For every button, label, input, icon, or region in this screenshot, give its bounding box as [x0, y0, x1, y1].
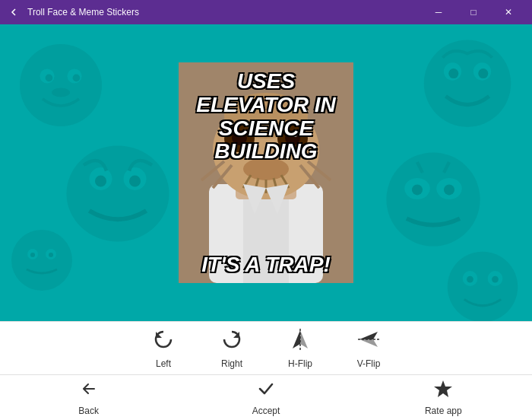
titlebar-controls: ─ □ ✕: [421, 0, 526, 24]
svg-point-0: [20, 44, 102, 126]
meme-bottom-text: IT'S A TRAP!: [179, 253, 353, 277]
titlebar-back-button[interactable]: [6, 5, 21, 20]
rate-label: Rate app: [425, 406, 462, 416]
meme-top-text: USES ELEVATOR IN SCIENCE BUILDING: [179, 62, 353, 167]
svg-point-29: [467, 276, 473, 283]
back-button[interactable]: Back: [59, 379, 119, 416]
toolbar: Left Right H-Flip: [0, 321, 532, 374]
accept-label: Accept: [252, 406, 280, 416]
bg-face-1: [15, 40, 106, 131]
left-rotate-icon: [151, 327, 176, 355]
svg-point-25: [444, 184, 454, 195]
svg-marker-58: [300, 330, 308, 348]
vflip-icon: [356, 327, 381, 355]
svg-marker-57: [293, 330, 300, 348]
svg-marker-61: [359, 339, 378, 347]
bg-face-5: [380, 146, 486, 253]
right-rotate-icon: [220, 327, 244, 355]
left-label: Left: [156, 358, 171, 369]
toolbar-vflip-button[interactable]: V-Flip: [346, 327, 391, 369]
svg-point-24: [412, 184, 423, 195]
maximize-button[interactable]: □: [456, 0, 491, 24]
svg-point-9: [95, 176, 106, 187]
svg-point-3: [46, 75, 53, 82]
main-content: USES ELEVATOR IN SCIENCE BUILDING: [0, 24, 532, 321]
right-label: Right: [221, 358, 242, 369]
svg-point-5: [52, 88, 70, 97]
svg-point-20: [478, 68, 488, 78]
bg-face-4: [418, 32, 517, 131]
vflip-label: V-Flip: [357, 358, 381, 369]
svg-point-6: [67, 146, 169, 242]
svg-point-4: [73, 75, 81, 82]
titlebar-title: Troll Face & Meme Stickers: [27, 7, 421, 18]
svg-point-15: [49, 253, 53, 257]
titlebar: Troll Face & Meme Stickers ─ □ ✕: [0, 0, 532, 24]
svg-point-26: [448, 252, 518, 321]
svg-marker-63: [434, 380, 452, 397]
bg-face-6: [441, 245, 524, 321]
svg-point-21: [386, 152, 480, 246]
bg-face-3: [4, 222, 80, 298]
minimize-button[interactable]: ─: [421, 0, 456, 24]
meme-container: USES ELEVATOR IN SCIENCE BUILDING: [179, 62, 353, 283]
bottombar: Back Accept Rate app: [0, 374, 532, 420]
back-icon: [79, 379, 99, 403]
back-label: Back: [78, 406, 99, 416]
svg-point-11: [11, 230, 72, 291]
accept-button[interactable]: Accept: [236, 379, 296, 416]
close-button[interactable]: ✕: [491, 0, 526, 24]
toolbar-left-button[interactable]: Left: [141, 327, 186, 369]
svg-point-30: [492, 276, 499, 283]
hflip-label: H-Flip: [288, 358, 312, 369]
svg-point-10: [129, 176, 141, 187]
toolbar-right-button[interactable]: Right: [209, 327, 255, 369]
rate-icon: [433, 379, 453, 403]
toolbar-hflip-button[interactable]: H-Flip: [277, 327, 323, 369]
rate-app-button[interactable]: Rate app: [413, 379, 473, 416]
hflip-icon: [288, 327, 312, 355]
accept-icon: [256, 379, 276, 403]
svg-point-14: [30, 253, 35, 257]
svg-point-19: [448, 68, 458, 78]
svg-marker-60: [359, 332, 378, 339]
